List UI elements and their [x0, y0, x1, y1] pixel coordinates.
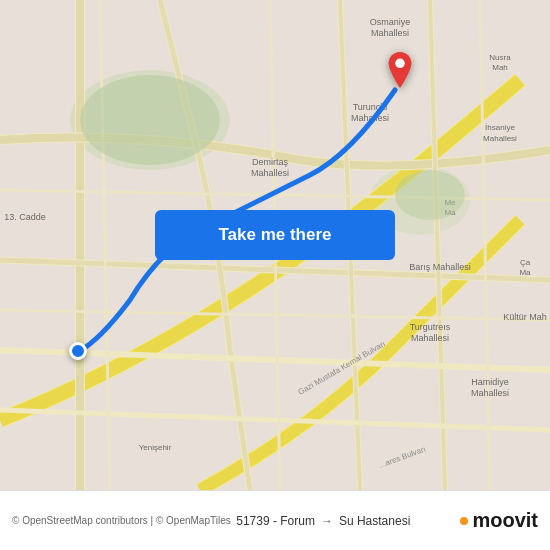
svg-text:Ça: Ça	[520, 258, 531, 267]
svg-point-27	[80, 75, 220, 165]
moovit-brand-name: moovit	[472, 509, 538, 532]
svg-text:Kültür Mah: Kültür Mah	[503, 312, 547, 322]
bottom-bar: © OpenStreetMap contributors | © OpenMap…	[0, 490, 550, 550]
svg-text:Ma: Ma	[519, 268, 531, 277]
svg-text:Mahallesi: Mahallesi	[471, 388, 509, 398]
svg-text:Mahallesi: Mahallesi	[411, 333, 449, 343]
route-arrow-icon: →	[321, 514, 333, 528]
destination-marker	[385, 50, 415, 94]
copyright-text: © OpenStreetMap contributors | © OpenMap…	[12, 515, 236, 526]
svg-text:Demirtaş: Demirtaş	[252, 157, 289, 167]
route-to: Su Hastanesi	[339, 514, 410, 528]
svg-text:Mahallesi: Mahallesi	[371, 28, 409, 38]
origin-marker	[69, 342, 87, 360]
svg-text:Mahallesi: Mahallesi	[251, 168, 289, 178]
svg-point-29	[395, 59, 405, 69]
svg-text:Barış Mahallesi: Barış Mahallesi	[409, 262, 471, 272]
svg-text:Yenişehir: Yenişehir	[139, 443, 172, 452]
svg-point-28	[395, 170, 465, 220]
svg-text:Turgutreıs: Turgutreıs	[410, 322, 451, 332]
svg-text:Osmaniye: Osmaniye	[370, 17, 411, 27]
map-container: Osmaniye Mahallesi Nusra Mah Turunçlu Ma…	[0, 0, 550, 490]
route-from: 51739 - Forum	[236, 514, 315, 528]
moovit-dot	[460, 517, 468, 525]
svg-text:Hamidiye: Hamidiye	[471, 377, 509, 387]
svg-text:Mahallesi: Mahallesi	[483, 134, 517, 143]
take-me-there-button[interactable]: Take me there	[155, 210, 395, 260]
svg-text:İhsaniye: İhsaniye	[485, 123, 515, 132]
moovit-logo: moovit	[460, 509, 538, 532]
svg-text:Mah: Mah	[492, 63, 508, 72]
svg-text:13. Cadde: 13. Cadde	[4, 212, 46, 222]
svg-text:Nusra: Nusra	[489, 53, 511, 62]
route-info: 51739 - Forum → Su Hastanesi	[236, 514, 460, 528]
